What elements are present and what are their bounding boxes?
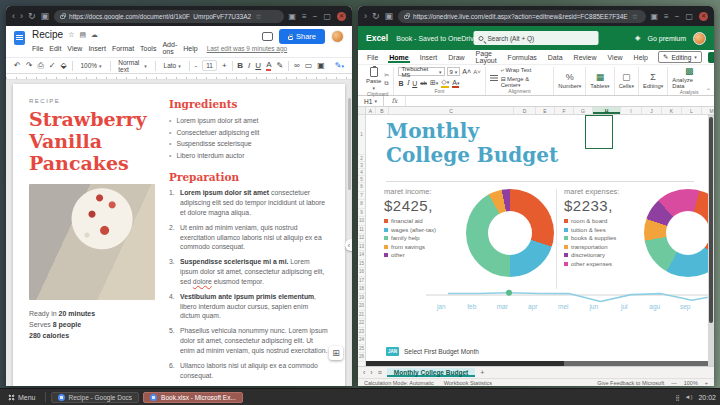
row-header-23[interactable]: 23 [358, 328, 365, 337]
task-button-recipe-google-docs[interactable]: Recipe - Google Docs [51, 392, 140, 403]
feedback-link[interactable]: Give Feedback to Microsoft [597, 380, 664, 386]
highlight-icon[interactable]: ✎ [276, 62, 283, 70]
calc-mode-status[interactable]: Calculation Mode: Automatic [364, 380, 434, 386]
sheet-tab-monthly-college-budget[interactable]: Monthly College Budget [387, 368, 475, 377]
select-all-cell[interactable] [358, 107, 366, 114]
analyze-data-button[interactable]: ▩ Analyze Data [672, 67, 706, 89]
paragraph-style-select[interactable]: Normal text▾ [115, 58, 150, 74]
browser-menu-icon[interactable]: ≡ [302, 12, 307, 21]
row-header-19[interactable]: 19 [358, 294, 365, 303]
row-header-17[interactable]: 17 [358, 277, 365, 286]
sheet-nav-left-icon[interactable]: ‹ [363, 369, 365, 376]
number-format-button[interactable]: % Number▾ [558, 73, 581, 89]
align-icons[interactable] [490, 75, 498, 81]
menu-insert[interactable]: Insert [88, 45, 106, 52]
copy-icon[interactable]: ⧉ [384, 80, 389, 87]
home-icon[interactable]: ▣ [41, 12, 50, 21]
row-header-2[interactable]: 2 [358, 155, 365, 162]
zoom-select[interactable]: 100%▾ [77, 61, 104, 70]
text-color-icon[interactable]: A [266, 61, 271, 71]
ribbon-tab-draw[interactable]: Draw [447, 52, 465, 63]
ribbon-tab-view[interactable]: View [607, 52, 624, 63]
ribbon-tab-home[interactable]: Home [388, 52, 409, 63]
editing-mode-pencil-icon[interactable]: ✎▾ [335, 61, 344, 70]
reload-icon[interactable]: ↻ [28, 12, 36, 21]
row-header-1[interactable]: 1 [358, 115, 365, 155]
paste-button[interactable]: Paste▾ [366, 67, 381, 91]
document-page[interactable]: RECIPE StrawberryVanillaPancakes Ready i… [13, 84, 345, 386]
collapse-ribbon-icon[interactable]: ⌃ [706, 87, 711, 94]
ribbon-tab-file[interactable]: File [366, 52, 379, 63]
search-input[interactable]: Search (Alt + Q) [474, 31, 599, 45]
sheet-canvas[interactable]: MonthlyCollege Budget maret income: $242… [366, 115, 708, 366]
ribbon-tab-help[interactable]: Help [633, 52, 649, 63]
zoom-out-icon[interactable]: — [671, 380, 677, 386]
menu-file[interactable]: File [32, 45, 43, 52]
column-header-I[interactable]: I [621, 107, 642, 114]
column-header-C[interactable]: C [389, 107, 514, 114]
add-sheet-button[interactable]: + [480, 369, 484, 376]
menu-edit[interactable]: Edit [49, 45, 61, 52]
menu-help[interactable]: Help [183, 45, 197, 52]
ribbon-tab-insert[interactable]: Insert [419, 52, 439, 63]
print-icon[interactable]: ⎙ [37, 62, 43, 70]
font-select[interactable]: Lato▾ [161, 61, 184, 70]
row-header-24[interactable]: 24 [358, 336, 365, 345]
column-header-K[interactable]: K [662, 107, 682, 114]
paint-format-icon[interactable]: ⬙ [61, 62, 67, 70]
underline-icon[interactable]: U [255, 62, 261, 70]
merge-center-button[interactable]: ⊟ Merge & Center▾ [501, 76, 550, 88]
column-header-M[interactable]: M [702, 107, 714, 114]
selected-cell-h1[interactable] [585, 115, 613, 149]
underline-button[interactable]: U [412, 80, 417, 87]
expenses-chart-block[interactable]: maret expenses: $2233, room & boardtuiti… [564, 187, 706, 291]
row-header-14[interactable]: 14 [358, 251, 365, 260]
row-header-26[interactable]: 26 [358, 353, 365, 362]
tables-button[interactable]: ▦ Tables▾ [590, 73, 609, 89]
cloud-icon[interactable]: ☁ [91, 31, 98, 39]
editing-button[interactable]: Σ Editing▾ [643, 73, 663, 89]
vertical-scrollbar[interactable] [708, 115, 714, 366]
google-docs-icon[interactable] [14, 31, 25, 45]
row-header-3[interactable]: 3 [358, 162, 365, 169]
menu-button[interactable]: Menu [4, 393, 40, 402]
close-icon[interactable]: ✕ [337, 12, 346, 21]
row-header-6[interactable]: 6 [358, 183, 365, 192]
column-header-H[interactable]: H [593, 107, 621, 114]
workbook-title[interactable]: Book - Saved to OneDrive▾ [396, 35, 483, 42]
menu-tools[interactable]: Tools [140, 45, 156, 52]
doc-title[interactable]: Recipe [32, 29, 63, 40]
editing-mode-dropdown[interactable]: ✎ Editing▾ [658, 51, 702, 63]
budget-note[interactable]: JAN Select First Budget Month [386, 347, 479, 356]
row-header-7[interactable]: 7 [358, 192, 365, 201]
row-header-25[interactable]: 25 [358, 345, 365, 354]
task-button-book-xlsx-microsoft-ex-[interactable]: Book.xlsx - Microsoft Ex... [143, 392, 243, 403]
back-icon[interactable]: ‹ [12, 12, 15, 21]
address-bar[interactable]: https://docs.google.com/document/d/1k0F_… [54, 10, 283, 23]
link-icon[interactable]: ∞ [294, 62, 300, 70]
forward-icon[interactable]: › [20, 12, 23, 21]
excel-app-name[interactable]: Excel [366, 33, 388, 43]
row-header-5[interactable]: 5 [358, 176, 365, 183]
row-header-12[interactable]: 12 [358, 234, 365, 243]
column-header-E[interactable]: E [536, 107, 555, 114]
jan-badge[interactable]: JAN [386, 347, 399, 356]
row-header-16[interactable]: 16 [358, 268, 365, 277]
open-comments-icon[interactable] [262, 32, 273, 41]
row-header-9[interactable]: 9 [358, 209, 365, 218]
menu-view[interactable]: View [67, 45, 82, 52]
row-header-4[interactable]: 4 [358, 169, 365, 176]
strikethrough-button[interactable]: ab [420, 80, 427, 86]
star-icon[interactable]: ☆ [68, 31, 74, 39]
sheet-list-icon[interactable]: ≡ [378, 369, 382, 376]
comment-icon[interactable]: ▭ [305, 62, 313, 70]
menu-format[interactable]: Format [112, 45, 134, 52]
income-donut-chart[interactable] [466, 189, 554, 277]
menu-addons[interactable]: Add-ons [162, 41, 177, 55]
share-button[interactable]: Share [708, 52, 714, 63]
wrap-text-button[interactable]: ⤶ Wrap Text [501, 67, 550, 74]
spellcheck-icon[interactable]: ✓ [49, 62, 56, 70]
row-header-22[interactable]: 22 [358, 319, 365, 328]
fill-color-icon[interactable]: ◇▾ [441, 78, 449, 88]
column-header-A[interactable]: A [366, 107, 376, 114]
